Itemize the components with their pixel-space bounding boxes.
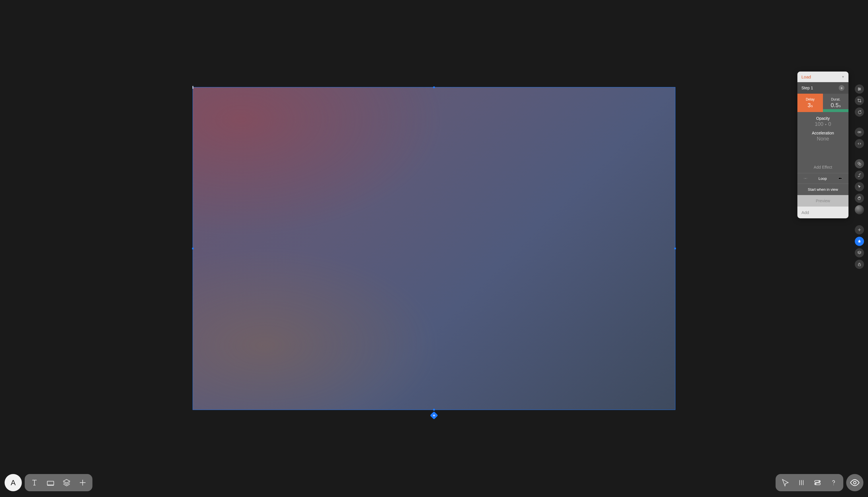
- animation-panel: Load ▼ Step 1 + Delay 3s Durat. 0.5s Opa…: [797, 72, 849, 218]
- animation-preview-button[interactable]: Preview: [797, 195, 849, 207]
- duration-value: 0.5: [831, 102, 839, 108]
- right-tool-rail: [855, 84, 864, 269]
- dropdown-caret-icon: ▼: [842, 75, 844, 79]
- delay-value: 3: [807, 102, 811, 108]
- resize-handle-left[interactable]: [192, 247, 194, 250]
- help-button[interactable]: [825, 476, 842, 489]
- svg-marker-24: [63, 480, 70, 483]
- svg-point-34: [833, 485, 834, 485]
- duration-label: Durat.: [831, 97, 840, 101]
- container-tool-button[interactable]: [43, 476, 59, 489]
- animation-trigger-dropdown[interactable]: Load ▼: [797, 72, 849, 82]
- svg-point-4: [858, 88, 859, 88]
- svg-point-33: [815, 483, 816, 484]
- effects-button[interactable]: [855, 159, 864, 168]
- opacity-to: 0: [828, 121, 831, 127]
- cursor-tool-button[interactable]: [855, 182, 864, 191]
- add-tool-button[interactable]: [855, 225, 864, 235]
- loop-label[interactable]: Loop: [819, 176, 827, 181]
- duration-field[interactable]: Durat. 0.5s: [823, 94, 849, 112]
- acceleration-block[interactable]: Acceleration None: [797, 130, 849, 144]
- svg-rect-22: [47, 481, 54, 485]
- svg-point-7: [858, 131, 859, 133]
- columns-view-button[interactable]: [793, 476, 809, 489]
- delay-label: Delay: [806, 97, 814, 101]
- animation-step-row[interactable]: Step 1 +: [797, 82, 849, 94]
- right-bottom-toolbar: [776, 474, 843, 491]
- loop-row: Loop: [797, 173, 849, 184]
- animation-trigger-label: Load: [801, 74, 811, 79]
- preview-mode-button[interactable]: [846, 474, 864, 491]
- loop-link-icon[interactable]: [836, 176, 844, 181]
- user-avatar[interactable]: A: [4, 474, 22, 491]
- opacity-from: 100: [814, 121, 823, 127]
- hand-tool-button[interactable]: [855, 194, 864, 203]
- duration-bar: [823, 109, 849, 112]
- resize-handle-top[interactable]: [433, 86, 435, 88]
- pin-animation-button[interactable]: [855, 237, 864, 246]
- settings-sliders-button[interactable]: [855, 84, 864, 94]
- resize-handle-right[interactable]: [674, 247, 676, 250]
- stack-layers-button[interactable]: [59, 476, 75, 489]
- crop-button[interactable]: [855, 96, 864, 105]
- acceleration-label: Acceleration: [797, 131, 849, 135]
- svg-point-35: [854, 482, 856, 484]
- step-label: Step 1: [801, 86, 813, 90]
- center-indicator: [193, 86, 193, 89]
- delay-unit: s: [811, 104, 813, 108]
- opacity-block[interactable]: Opacity 100 ▸ 0: [797, 112, 849, 130]
- svg-point-32: [819, 481, 820, 482]
- acceleration-value: None: [797, 136, 849, 142]
- duration-unit: s: [839, 104, 841, 108]
- svg-rect-18: [858, 264, 860, 266]
- opacity-arrow-icon: ▸: [825, 123, 827, 126]
- opacity-label: Opacity: [797, 116, 849, 120]
- app-root: + Load ▼ Step 1 + Delay 3s Durat. 0.5s O…: [0, 0, 868, 497]
- breakpoints-button[interactable]: [809, 476, 825, 489]
- loop-bidirectional-icon[interactable]: [801, 176, 809, 181]
- svg-point-6: [858, 90, 859, 90]
- svg-point-8: [859, 131, 861, 133]
- left-bottom-toolbar: [25, 474, 92, 491]
- add-step-button[interactable]: +: [839, 85, 844, 91]
- add-animation-button[interactable]: Add: [797, 207, 849, 218]
- add-section-anchor[interactable]: +: [430, 411, 438, 420]
- layers-button[interactable]: [855, 248, 864, 257]
- selected-canvas-element[interactable]: +: [193, 87, 675, 410]
- add-effect-button[interactable]: Add Effect: [797, 161, 849, 173]
- lock-button[interactable]: [855, 260, 864, 269]
- delay-field[interactable]: Delay 3s: [797, 94, 823, 112]
- add-element-button[interactable]: [75, 476, 91, 489]
- select-tool-button[interactable]: [777, 476, 793, 489]
- resize-handle-bottom[interactable]: [433, 409, 435, 411]
- redo-rotate-button[interactable]: [855, 108, 864, 117]
- collapse-tool-button[interactable]: [855, 171, 864, 180]
- start-when-in-view-button[interactable]: Start when in view: [797, 184, 849, 195]
- svg-point-10: [859, 164, 861, 166]
- material-sphere-button[interactable]: [855, 205, 864, 214]
- svg-point-5: [860, 89, 860, 90]
- svg-marker-17: [858, 251, 861, 253]
- code-embed-button[interactable]: [855, 139, 864, 148]
- text-tool-button[interactable]: [26, 476, 43, 489]
- delay-duration-row: Delay 3s Durat. 0.5s: [797, 94, 849, 112]
- svg-point-9: [858, 162, 860, 164]
- link-button[interactable]: [855, 128, 864, 137]
